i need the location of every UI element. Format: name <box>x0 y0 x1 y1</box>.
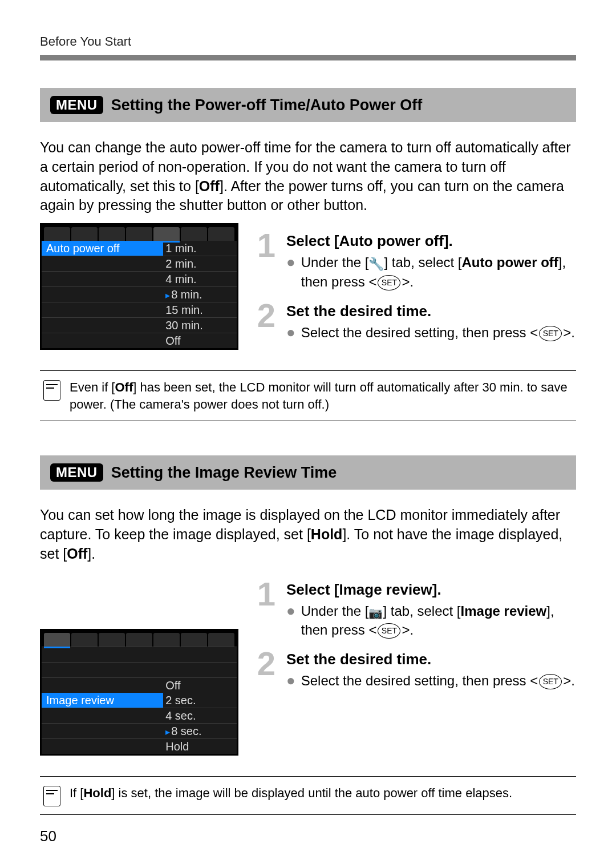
lcd-tab <box>99 227 125 241</box>
lcd-row-blank <box>42 647 237 662</box>
section-title-2: Setting the Image Review Time <box>111 464 337 482</box>
lcd-tab <box>71 633 98 647</box>
lcd-row: Auto power off1 min. <box>42 241 237 256</box>
lcd-tab <box>181 633 207 647</box>
note-text: Even if [Off] has been set, the LCD moni… <box>70 379 573 413</box>
bullet-icon: ● <box>286 602 295 639</box>
step-number: 1 <box>254 232 278 259</box>
set-button-icon: SET <box>378 623 400 639</box>
menu-badge: MENU <box>50 96 103 114</box>
step-2-2: 2 Set the desired time. ● Select the des… <box>254 651 576 692</box>
lcd-row-blank <box>42 662 237 677</box>
note-icon <box>43 380 60 401</box>
set-button-icon: SET <box>539 674 562 689</box>
section2-intro: You can set how long the image is displa… <box>40 506 576 563</box>
step-number: 2 <box>254 651 278 677</box>
lcd-tab <box>126 633 152 647</box>
lcd-row: 15 min. <box>42 302 237 317</box>
lcd-auto-power-off: Auto power off1 min.2 min.4 min.8 min.15… <box>40 223 238 350</box>
lcd-row: 8 min. <box>42 286 237 302</box>
set-button-icon: SET <box>378 275 400 290</box>
bullet-icon: ● <box>286 324 295 342</box>
step-2-1: 1 Select [Image review]. ● Under the [📷]… <box>254 581 576 641</box>
note-box-2: If [Hold] is set, the image will be disp… <box>40 776 576 815</box>
section-title-1: Setting the Power-off Time/Auto Power Of… <box>111 96 423 114</box>
step-bullet-text: Select the desired setting, then press <… <box>301 324 575 342</box>
lcd-row: Off <box>42 333 237 348</box>
wrench-icon: 🔧 <box>368 256 384 273</box>
page-number: 50 <box>40 827 56 845</box>
lcd-tab <box>44 633 70 647</box>
bullet-icon: ● <box>286 253 295 291</box>
step-1-1: 1 Select [Auto power off]. ● Under the [… <box>254 232 576 293</box>
lcd-row: 4 sec. <box>42 708 237 723</box>
step-number: 2 <box>254 302 278 329</box>
step-number: 1 <box>254 581 278 607</box>
lcd-row: 2 min. <box>42 256 237 271</box>
menu-badge: MENU <box>50 463 103 482</box>
lcd-row: Hold <box>42 738 237 754</box>
step-title: Select [Image review]. <box>286 581 576 599</box>
note-icon <box>43 786 60 806</box>
bullet-icon: ● <box>286 672 295 690</box>
lcd-tab <box>208 227 234 241</box>
step-title: Set the desired time. <box>286 302 576 320</box>
lcd-tab <box>181 227 207 241</box>
lcd-tab <box>153 633 180 647</box>
lcd-tab <box>126 227 152 241</box>
camera-icon: 📷 <box>368 605 383 621</box>
section-bar-1: MENU Setting the Power-off Time/Auto Pow… <box>40 88 576 122</box>
running-head: Before You Start <box>40 34 576 55</box>
lcd-tab <box>153 227 180 241</box>
step-title: Set the desired time. <box>286 651 576 668</box>
note-box-1: Even if [Off] has been set, the LCD moni… <box>40 370 576 421</box>
section1-intro: You can change the auto power-off time f… <box>40 138 576 215</box>
lcd-tab <box>44 227 70 241</box>
lcd-row: 30 min. <box>42 317 237 333</box>
lcd-row: 4 min. <box>42 271 237 286</box>
step-bullet-text: Under the [🔧] tab, select [Auto power of… <box>301 253 576 291</box>
lcd-row: Off <box>42 677 237 693</box>
set-button-icon: SET <box>539 326 562 341</box>
step-bullet-text: Select the desired setting, then press <… <box>301 672 575 690</box>
lcd-tab <box>208 633 234 647</box>
step-bullet-text: Under the [📷] tab, select [Image review]… <box>301 602 576 639</box>
section-bar-2: MENU Setting the Image Review Time <box>40 455 576 490</box>
step-title: Select [Auto power off]. <box>286 232 576 250</box>
note-text: If [Hold] is set, the image will be disp… <box>70 785 512 802</box>
lcd-row: 8 sec. <box>42 723 237 738</box>
lcd-image-review: OffImage review2 sec.4 sec.8 sec.Hold <box>40 629 238 756</box>
lcd-tab <box>99 633 125 647</box>
step-1-2: 2 Set the desired time. ● Select the des… <box>254 302 576 344</box>
lcd-tab <box>71 227 98 241</box>
lcd-row: Image review2 sec. <box>42 693 237 708</box>
header-rule <box>40 55 576 60</box>
